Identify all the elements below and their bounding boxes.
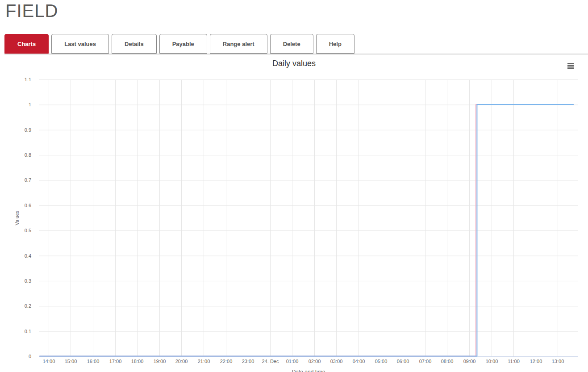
y-tick-label: 0.8 <box>7 152 31 158</box>
series-line-series-blue[interactable] <box>40 104 573 356</box>
x-tick-label: 13:00 <box>545 359 571 364</box>
y-tick-label: 0.5 <box>7 228 31 234</box>
y-tick-label: 0.9 <box>7 127 31 133</box>
y-tick-label: 0.2 <box>7 303 31 309</box>
y-tick-label: 0.7 <box>7 177 31 183</box>
y-tick-label: 0.3 <box>7 278 31 284</box>
y-tick-label: 0.6 <box>7 203 31 209</box>
y-tick-label: 1.1 <box>7 77 31 83</box>
plot-area[interactable] <box>0 0 588 372</box>
y-tick-label: 0.1 <box>7 329 31 334</box>
series-line-series-pink[interactable] <box>40 104 573 356</box>
chart-area: Daily values Values Date and time 00.10.… <box>0 54 588 372</box>
y-tick-label: 0 <box>7 354 31 359</box>
y-tick-label: 1 <box>7 102 31 108</box>
y-tick-label: 0.4 <box>7 253 31 259</box>
page: FIELD Charts Last values Details Payable… <box>0 0 588 372</box>
